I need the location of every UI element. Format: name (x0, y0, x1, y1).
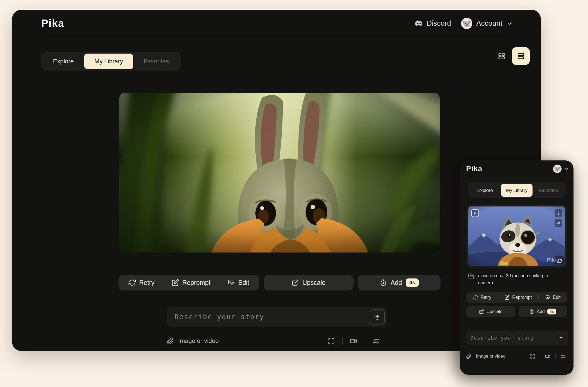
discord-label: Discord (427, 19, 451, 28)
camera-icon (545, 354, 551, 359)
library-card: Pika close up on a 3d raccoon smiling to… (466, 205, 567, 317)
pika-logo: Pika (41, 18, 64, 29)
divider (365, 337, 365, 345)
mini-aspect-ratio-button[interactable] (530, 354, 535, 359)
mini-retry-button[interactable]: Retry (473, 295, 491, 300)
list-view-button[interactable] (512, 47, 530, 65)
edit-button[interactable]: Edit (219, 275, 258, 290)
thumbs-up-icon (557, 258, 562, 263)
account-menu[interactable]: Account (461, 18, 513, 29)
mini-avatar[interactable] (553, 165, 562, 173)
tab-explore[interactable]: Explore (43, 54, 84, 69)
mini-header-divider (463, 177, 570, 177)
mini-tab-my-library[interactable]: My Library (501, 184, 533, 197)
discord-icon (414, 19, 423, 28)
retry-icon (473, 295, 478, 300)
prompt-tools (328, 337, 387, 345)
sliders-icon (560, 354, 566, 359)
mini-secondary-actions: Upscale Add 4s (466, 306, 567, 317)
mini-edit-button[interactable]: Edit (545, 295, 561, 300)
mini-attach-row: Image or video (466, 352, 568, 360)
retry-label: Retry (139, 279, 154, 287)
play-icon (473, 211, 478, 216)
generate-button[interactable] (370, 309, 385, 324)
tab-favorites[interactable]: Favorites (133, 54, 179, 69)
card-menu-button[interactable] (555, 209, 562, 217)
story-input[interactable] (175, 313, 370, 321)
mini-prompt-tools (530, 354, 568, 359)
page: Pika Discord Account (0, 0, 588, 387)
mini-tab-favorites[interactable]: Favorites (533, 184, 564, 197)
mini-generate-button[interactable] (556, 333, 566, 343)
mini-header: Pika (466, 160, 569, 177)
reprompt-icon (172, 279, 179, 286)
add-timer-icon (380, 279, 387, 286)
mini-upscale-label: Upscale (487, 309, 503, 314)
content-divider (37, 299, 516, 299)
mini-upscale-button[interactable]: Upscale (466, 306, 515, 317)
discord-link[interactable]: Discord (414, 19, 451, 28)
tab-my-library[interactable]: My Library (84, 54, 134, 69)
mini-pika-logo: Pika (466, 164, 482, 173)
mini-edit-label: Edit (553, 295, 561, 300)
avatar (461, 18, 472, 29)
header-right: Discord Account (414, 18, 513, 29)
mini-attach-label: Image or video (476, 354, 505, 359)
mini-add-label: Add (537, 309, 545, 314)
list-view-icon (517, 52, 525, 60)
reprompt-button[interactable]: Reprompt (163, 275, 219, 290)
mini-attach-media-button[interactable]: Image or video (466, 354, 505, 359)
attach-row: Image or video (167, 335, 387, 347)
mini-story-input[interactable] (471, 335, 556, 341)
sparkle-icon (558, 335, 564, 341)
mini-tab-explore[interactable]: Explore (469, 184, 501, 197)
copy-icon[interactable] (468, 273, 474, 280)
share-button[interactable] (555, 219, 562, 227)
grid-view-button[interactable] (495, 49, 509, 63)
paperclip-icon (466, 354, 472, 359)
grid-view-icon (498, 52, 505, 60)
like-button[interactable] (555, 256, 564, 265)
upscale-label: Upscale (302, 279, 325, 287)
video-thumb-raccoon[interactable]: Pika (468, 206, 565, 266)
camera-options-button[interactable] (350, 337, 357, 345)
divider (342, 337, 343, 345)
reprompt-label: Reprompt (182, 279, 210, 287)
aspect-frame-icon (328, 337, 335, 345)
sparkle-icon (374, 313, 381, 321)
settings-button[interactable] (372, 337, 380, 345)
retry-icon (129, 279, 136, 286)
mini-duration-badge: 4s (547, 309, 556, 314)
header-divider (41, 37, 510, 37)
mini-window: Pika Explore My Library Favorites (460, 160, 574, 375)
video-preview-rabbit[interactable] (119, 93, 440, 253)
upscale-icon (479, 309, 484, 314)
retry-button[interactable]: Retry (120, 275, 163, 290)
add-duration-button[interactable]: Add 4s (358, 275, 441, 290)
duration-badge: 4s (406, 278, 419, 287)
sliders-icon (372, 337, 380, 345)
mini-tabbar: Explore My Library Favorites (468, 182, 566, 198)
mini-chevron-down-icon[interactable] (564, 166, 569, 171)
mini-reprompt-button[interactable]: Reprompt (505, 295, 532, 300)
divider (555, 354, 556, 359)
mini-settings-button[interactable] (560, 354, 566, 359)
play-button[interactable] (471, 209, 479, 217)
aspect-ratio-button[interactable] (328, 337, 335, 345)
mini-prompt-bar (466, 331, 568, 345)
video-actions: Retry Reprompt Edit (118, 275, 441, 290)
account-label: Account (476, 19, 502, 28)
mini-camera-options-button[interactable] (545, 354, 551, 359)
attach-media-button[interactable]: Image or video (167, 337, 219, 345)
add-timer-icon (529, 309, 534, 314)
card-caption-row: close up on a 3d raccoon smiling to came… (466, 273, 567, 287)
add-label: Add (391, 279, 402, 287)
divider (498, 295, 498, 300)
camera-icon (350, 337, 357, 345)
view-toggle (495, 47, 530, 65)
mini-add-duration-button[interactable]: Add 4s (519, 306, 567, 317)
aspect-frame-icon (530, 354, 535, 359)
upscale-button[interactable]: Upscale (264, 275, 354, 290)
mini-edit-actions: Retry Reprompt Edit (466, 292, 567, 303)
reprompt-icon (505, 295, 510, 300)
